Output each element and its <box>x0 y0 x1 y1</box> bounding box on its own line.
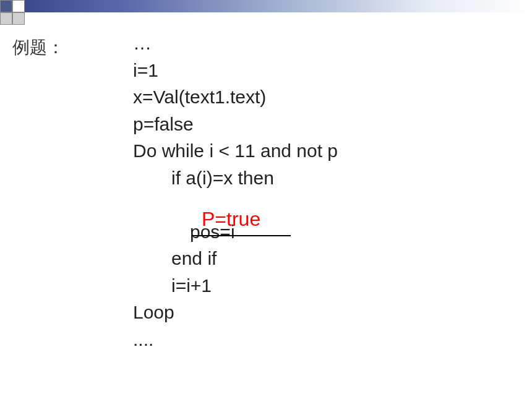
code-line: Loop <box>133 299 338 326</box>
code-line: end if <box>133 245 338 272</box>
fill-answer: P=true <box>202 208 260 231</box>
code-line: … <box>133 30 338 57</box>
example-title: 例题： <box>12 36 64 59</box>
code-line: if a(i)=x then <box>133 165 338 192</box>
square-decoration <box>0 12 12 25</box>
code-line: p=false <box>133 111 338 138</box>
code-line: i=1 <box>133 57 338 84</box>
slide-header <box>0 0 532 25</box>
code-line: i=i+1 <box>133 272 338 299</box>
code-line: x=Val(text1.text) <box>133 84 338 111</box>
code-content: … i=1 x=Val(text1.text) p=false Do while… <box>133 30 338 353</box>
code-line: Do while i < 11 and not p <box>133 137 338 165</box>
decorative-squares <box>0 0 25 25</box>
square-decoration <box>12 0 25 12</box>
square-decoration <box>0 0 12 12</box>
code-line: .... <box>133 326 338 353</box>
square-decoration <box>12 12 25 25</box>
blank-underline <box>192 235 291 236</box>
gradient-bar <box>25 0 532 12</box>
